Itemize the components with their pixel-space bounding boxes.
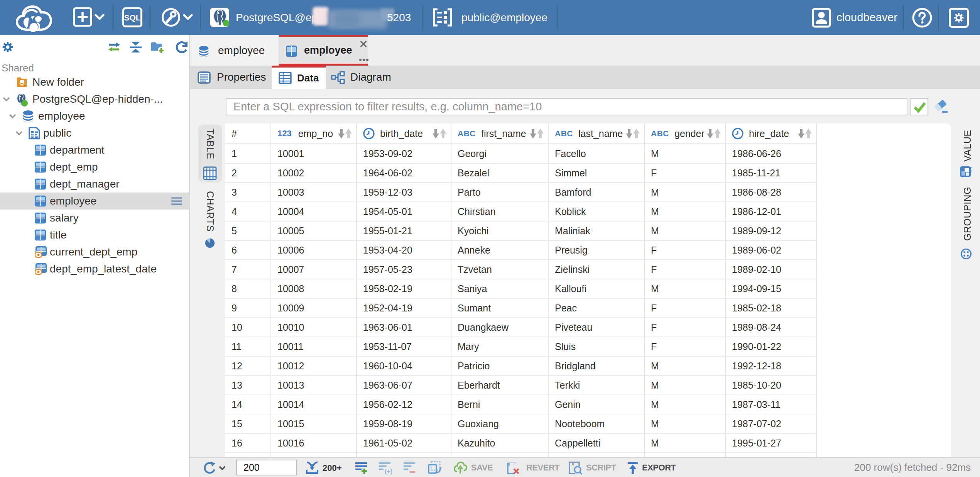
svg-text:(+): (+)	[385, 468, 392, 475]
svg-text:SQL: SQL	[124, 13, 140, 22]
